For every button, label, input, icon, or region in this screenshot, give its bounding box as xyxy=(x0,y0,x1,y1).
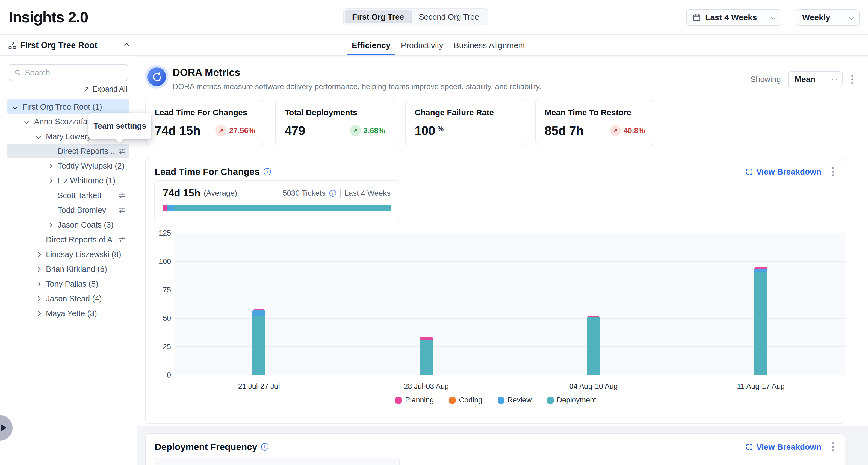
expand-corners-icon xyxy=(746,168,753,176)
tree-item[interactable]: Scott Tarkett xyxy=(7,188,129,203)
tree-item-label: Tony Pallas xyxy=(46,279,86,288)
chevron-right-icon[interactable] xyxy=(37,268,46,271)
tree-item[interactable]: Brian Kirkland(6) xyxy=(7,262,129,277)
chevron-down-icon[interactable] xyxy=(25,120,34,123)
chevron-right-icon[interactable] xyxy=(48,179,58,183)
chevron-down-icon[interactable] xyxy=(37,135,46,138)
chevron-right-icon[interactable] xyxy=(37,282,46,286)
chevron-down-icon[interactable] xyxy=(13,105,22,109)
view-breakdown-button[interactable]: View Breakdown xyxy=(746,442,821,452)
bar-04-aug-10-aug xyxy=(587,316,600,375)
metric-card-change-failure-rate: Change Failure Rate100% xyxy=(405,100,524,145)
aggregation-select[interactable]: Mean xyxy=(788,71,843,87)
tree-item[interactable]: Tony Pallas(5) xyxy=(7,277,129,291)
metric-delta: 40.8% xyxy=(624,126,645,135)
tab-business-alignment[interactable]: Business Alignment xyxy=(454,35,525,56)
chevron-right-icon[interactable] xyxy=(48,223,58,227)
legend-item-coding[interactable]: Coding xyxy=(449,396,482,404)
tree-item-count: (3) xyxy=(104,220,113,229)
tree-item[interactable]: Direct Reports ... xyxy=(7,144,129,158)
phase-segment-deployment xyxy=(174,205,391,211)
org-tree-toggle: First Org TreeSecond Org Tree xyxy=(343,8,488,25)
metric-delta: 27.56% xyxy=(229,126,255,135)
chevron-right-icon[interactable] xyxy=(37,253,46,256)
chart-legend: PlanningCodingReviewDeployment xyxy=(146,396,846,404)
lead-time-chart: 0255075100125 21 Jul-27 Jul28 Jul-03 Aug… xyxy=(146,233,846,413)
tree-item-label: Mary Lowery xyxy=(46,132,91,141)
date-range-select[interactable]: Last 4 Weeks xyxy=(686,9,781,26)
tree-item-label: Lindsay Liszewski xyxy=(46,250,109,259)
dora-kebab-menu-icon[interactable] xyxy=(850,73,855,86)
lead-time-card: Lead Time For Changes View Breakdown xyxy=(145,158,845,424)
search-input[interactable] xyxy=(25,68,123,77)
legend-item-planning[interactable]: Planning xyxy=(395,396,434,404)
tree-item-label: First Org Tree Root xyxy=(22,102,90,112)
lead-time-summary-card: 74d 15h (Average) 5030 Tickets Last 4 We… xyxy=(154,180,399,220)
team-settings-icon[interactable] xyxy=(118,147,126,155)
tree-item-count: (1) xyxy=(106,176,115,185)
tree-item[interactable]: Direct Reports of A... xyxy=(7,232,129,247)
team-settings-icon[interactable] xyxy=(118,191,126,199)
tree-item[interactable]: Maya Yette(3) xyxy=(7,306,129,321)
team-settings-icon[interactable] xyxy=(118,236,126,243)
metric-title: Total Deployments xyxy=(285,108,385,117)
chevron-right-icon[interactable] xyxy=(37,312,46,315)
date-range-value: Last 4 Weeks xyxy=(705,13,757,22)
org-tree-toggle-option[interactable]: First Org Tree xyxy=(345,10,411,24)
tree-item[interactable]: Todd Bromley xyxy=(7,203,129,217)
team-settings-icon[interactable] xyxy=(118,206,126,214)
tree-item-label: Liz Whittome xyxy=(58,176,103,185)
bar-28-jul-03-aug xyxy=(420,337,433,375)
efficiency-panel: DORA Metrics DORA metrics measure softwa… xyxy=(137,57,868,427)
y-tick-label: 100 xyxy=(146,257,171,266)
dora-section-title: DORA Metrics xyxy=(173,67,240,79)
lead-time-kebab-menu-icon[interactable] xyxy=(831,165,836,178)
trend-arrow-icon: ↗ xyxy=(610,125,621,136)
deployment-frequency-card: Deployment Frequency View Breakdown xyxy=(145,433,845,465)
dora-section-subtitle: DORA metrics measure software delivery p… xyxy=(173,82,541,91)
sidebar-header[interactable]: First Org Tree Root xyxy=(0,35,136,56)
view-breakdown-button[interactable]: View Breakdown xyxy=(746,167,821,177)
app-header: Insights 2.0 First Org TreeSecond Org Tr… xyxy=(0,0,868,35)
legend-item-review[interactable]: Review xyxy=(498,396,532,404)
granularity-select[interactable]: Weekly xyxy=(796,9,860,26)
tree-item-count: (1) xyxy=(92,102,102,112)
bar-segment-planning xyxy=(420,337,433,340)
info-icon[interactable] xyxy=(264,168,271,176)
sidebar-search[interactable] xyxy=(9,64,128,81)
metric-card-lead-time-for-changes: Lead Time For Changes74d 15h↗27.56% xyxy=(145,100,265,145)
chevron-right-icon[interactable] xyxy=(48,164,58,168)
bar-21-jul-27-jul xyxy=(252,309,266,375)
tree-item[interactable]: Jason Coats(3) xyxy=(7,217,129,232)
divider xyxy=(340,188,341,198)
tree-item[interactable]: First Org Tree Root(1) xyxy=(7,99,129,114)
gridline xyxy=(175,289,844,290)
chevron-right-icon[interactable] xyxy=(37,297,46,301)
legend-item-deployment[interactable]: Deployment xyxy=(547,396,596,404)
tree-item[interactable]: Teddy Wylupski(2) xyxy=(7,158,129,173)
metric-value: 85d 7h xyxy=(545,123,584,138)
x-tick-label: 11 Aug-17 Aug xyxy=(737,382,785,391)
header-controls: Last 4 Weeks Weekly xyxy=(686,9,860,26)
tooltip-text: Team settings xyxy=(94,122,146,131)
info-icon[interactable] xyxy=(261,443,269,451)
legend-label: Planning xyxy=(405,396,434,404)
y-tick-label: 0 xyxy=(146,371,171,379)
collapse-chevron-icon[interactable] xyxy=(124,42,129,48)
tab-efficiency[interactable]: Efficiency xyxy=(352,35,391,56)
legend-swatch xyxy=(547,397,554,404)
bar-segment-planning xyxy=(754,267,768,269)
tab-productivity[interactable]: Productivity xyxy=(401,35,443,56)
insights-page: Insights 2.0 First Org TreeSecond Org Tr… xyxy=(0,0,868,465)
deployment-frequency-title: Deployment Frequency xyxy=(155,441,269,452)
tree-item[interactable]: Liz Whittome(1) xyxy=(7,173,129,188)
expand-all-button[interactable]: Expand All xyxy=(0,85,127,93)
metric-delta-badge: ↗40.8% xyxy=(610,125,645,136)
info-icon[interactable] xyxy=(330,190,336,197)
tree-item[interactable]: Jason Stead(4) xyxy=(7,291,129,306)
bar-segment-deployment xyxy=(587,317,600,375)
tree-item[interactable]: Lindsay Liszewski(8) xyxy=(7,247,129,262)
search-icon xyxy=(14,69,21,76)
org-tree-toggle-option[interactable]: Second Org Tree xyxy=(411,10,486,24)
deployment-kebab-menu-icon[interactable] xyxy=(831,441,836,453)
